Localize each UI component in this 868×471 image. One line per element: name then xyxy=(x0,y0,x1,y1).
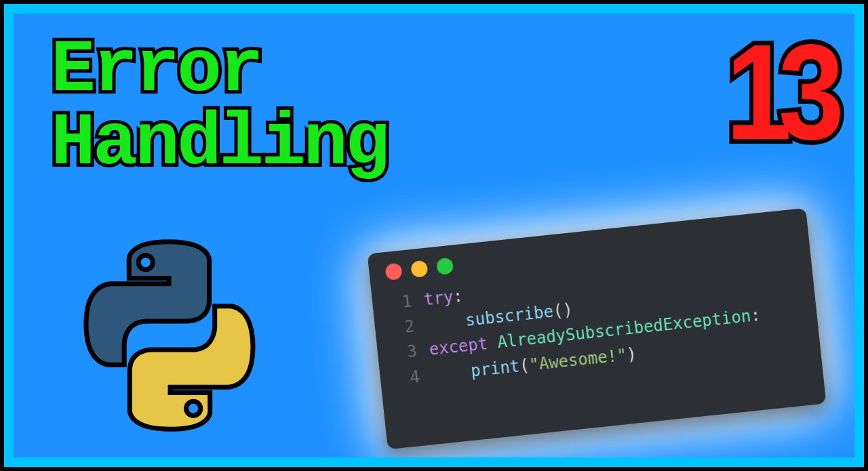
title-line-1: Error xyxy=(51,28,261,112)
episode-number: 13 xyxy=(726,24,831,160)
window-zoom-icon xyxy=(436,258,454,275)
code-window: 1try:2 subscribe()3except AlreadySubscri… xyxy=(368,208,827,449)
line-number: 4 xyxy=(395,363,433,391)
code-snippet-glow: 1try:2 subscribe()3except AlreadySubscri… xyxy=(368,208,827,449)
window-minimize-icon xyxy=(410,260,428,278)
code-text: try: xyxy=(422,283,464,312)
line-number: 3 xyxy=(393,337,431,366)
window-close-icon xyxy=(384,263,402,281)
title-line-2: Handling xyxy=(51,107,387,180)
thumbnail-frame: Error Handling 13 1try:2 subscribe()3exc… xyxy=(0,0,868,471)
line-number: 2 xyxy=(390,312,428,341)
thumbnail-canvas: Error Handling 13 1try:2 subscribe()3exc… xyxy=(4,4,864,467)
thumbnail-title: Error Handling xyxy=(51,34,387,180)
line-number: 1 xyxy=(388,288,426,316)
python-logo-icon xyxy=(68,234,271,437)
